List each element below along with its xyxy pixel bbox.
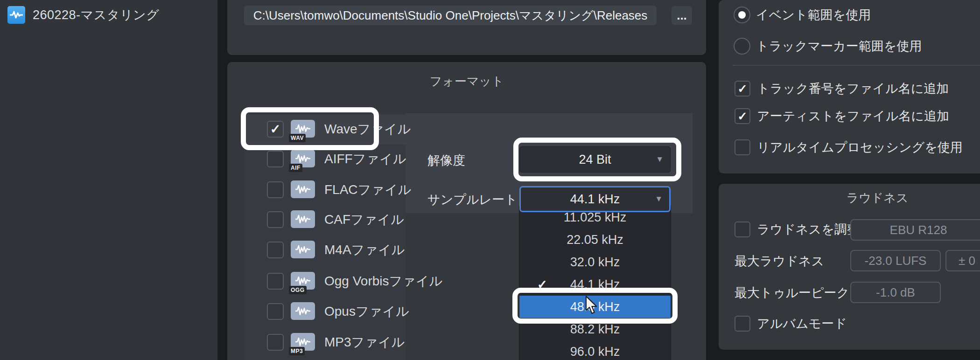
max-true-peak-field[interactable]: -1.0 dB — [850, 282, 941, 303]
album-mode-checkbox[interactable]: ✓ — [735, 316, 750, 332]
format-row-wave[interactable]: ✓ WAV Waveファイル — [244, 116, 406, 142]
audio-file-icon — [291, 302, 315, 320]
audio-file-icon — [291, 180, 315, 198]
sample-rate-option-hovered[interactable]: ✓ 48.0 kHz — [519, 296, 671, 318]
format-label: Waveファイル — [324, 116, 411, 142]
format-label: Ogg Vorbisファイル — [324, 268, 442, 294]
format-badge: MP3 — [289, 347, 305, 355]
format-panel: フォーマット ✓ WAV Waveファイル ✓ AIF AIFFファイル ✓ F… — [227, 62, 706, 360]
sample-rate-option[interactable]: ✓ 96.0 kHz — [519, 340, 671, 360]
format-badge: OGG — [289, 286, 307, 294]
option-label: 22.05 kHz — [567, 233, 623, 247]
wave-checkbox[interactable]: ✓ — [267, 121, 284, 138]
project-tab[interactable]: 260228-マスタリング — [7, 6, 159, 24]
export-range-panel: イベント範囲を使用 トラックマーカー範囲を使用 ✓ トラック番号をファイル名に追… — [719, 0, 980, 173]
audio-file-icon — [291, 241, 315, 258]
resolution-dropdown[interactable]: 24 Bit ▼ — [519, 146, 671, 173]
format-badge: AIF — [289, 164, 302, 172]
loudness-profile-field[interactable]: EBU R128 — [850, 219, 980, 241]
radio-dot — [738, 11, 746, 19]
checkbox-label: ラウドネスを調整 — [757, 222, 860, 237]
radio-label: イベント範囲を使用 — [756, 7, 871, 23]
sample-rate-option-current[interactable]: ✓ 44.1 kHz — [519, 273, 671, 296]
opus-checkbox[interactable]: ✓ — [267, 303, 284, 320]
max-loudness-field[interactable]: -23.0 LUFS — [850, 250, 941, 271]
m4a-checkbox[interactable]: ✓ — [267, 242, 284, 258]
check-icon: ✓ — [270, 123, 281, 136]
check-icon: ✓ — [738, 83, 748, 95]
sample-rate-option[interactable]: ✓ 22.05 kHz — [519, 228, 671, 251]
checkbox-row-realtime[interactable]: ✓ リアルタイムプロセッシングを使用 — [719, 139, 980, 155]
option-label: 96.0 kHz — [570, 345, 620, 359]
loudness-tolerance-field[interactable]: ± 0 — [945, 250, 980, 271]
check-icon: ✓ — [738, 111, 748, 122]
caf-checkbox[interactable]: ✓ — [267, 211, 284, 228]
format-label: Opusファイル — [324, 298, 409, 325]
option-label: 88.2 kHz — [570, 322, 620, 337]
sample-rate-value: 44.1 kHz — [570, 192, 620, 207]
sample-rate-dropdown[interactable]: 44.1 kHz ▼ — [519, 186, 671, 212]
format-label: FLACファイル — [324, 177, 411, 203]
mp3-checkbox[interactable]: ✓ — [267, 334, 284, 351]
loudness-panel: ラウドネス ✓ ラウドネスを調整 EBU R128 最大ラウドネス -23.0 … — [719, 184, 980, 350]
sample-rate-popup: ✓ 11.025 kHz ✓ 22.05 kHz ✓ 32.0 kHz ✓ 44… — [519, 206, 671, 360]
resolution-value: 24 Bit — [579, 152, 611, 167]
format-label: CAFファイル — [324, 207, 404, 233]
max-true-peak-label: 最大トゥルーピーク — [735, 285, 849, 301]
checkbox-row-track-number[interactable]: ✓ トラック番号をファイル名に追加 — [719, 81, 980, 97]
radio-label: トラックマーカー範囲を使用 — [756, 38, 922, 55]
format-label: MP3ファイル — [324, 329, 405, 355]
check-icon: ✓ — [537, 277, 547, 292]
format-row-m4a[interactable]: ✓ M4Aファイル — [244, 237, 406, 263]
track-marker-range-radio[interactable] — [734, 38, 750, 55]
option-label: 32.0 kHz — [570, 255, 620, 270]
format-row-aiff[interactable]: ✓ AIF AIFFファイル — [244, 146, 406, 172]
format-badge: WAV — [289, 134, 306, 142]
format-label: AIFFファイル — [324, 146, 406, 172]
project-sidebar: 260228-マスタリング — [0, 0, 217, 360]
sample-rate-label: サンプルレート — [427, 187, 516, 213]
sample-rate-option[interactable]: ✓ 32.0 kHz — [519, 251, 671, 273]
flac-checkbox[interactable]: ✓ — [267, 181, 284, 198]
artist-checkbox[interactable]: ✓ — [735, 108, 750, 124]
format-row-flac[interactable]: ✓ FLACファイル — [244, 177, 406, 203]
option-label: 11.025 kHz — [564, 210, 627, 225]
project-tab-label: 260228-マスタリング — [33, 7, 159, 23]
radio-row-event-range[interactable]: イベント範囲を使用 — [719, 7, 980, 23]
format-row-caf[interactable]: ✓ CAFファイル — [244, 207, 406, 233]
checkbox-row-artist[interactable]: ✓ アーティストをファイル名に追加 — [719, 108, 980, 124]
checkbox-label: アルバムモード — [757, 316, 847, 332]
checkbox-label: トラック番号をファイル名に追加 — [757, 81, 949, 97]
track-number-checkbox[interactable]: ✓ — [735, 81, 750, 97]
radio-row-track-marker-range[interactable]: トラックマーカー範囲を使用 — [719, 38, 980, 55]
aiff-checkbox[interactable]: ✓ — [267, 151, 284, 167]
realtime-processing-checkbox[interactable]: ✓ — [735, 139, 750, 155]
adjust-loudness-checkbox[interactable]: ✓ — [735, 222, 750, 237]
divider — [733, 65, 980, 66]
album-mode-row[interactable]: ✓ アルバムモード — [719, 316, 980, 332]
option-label: 48.0 kHz — [570, 300, 620, 314]
browse-button[interactable]: ... — [672, 6, 692, 25]
audio-file-icon — [291, 210, 315, 228]
project-waveform-icon — [7, 6, 25, 24]
loudness-section-title: ラウドネス — [793, 190, 961, 206]
option-label: 44.1 kHz — [570, 277, 620, 292]
chevron-down-icon: ▼ — [656, 155, 664, 164]
ogg-checkbox[interactable]: ✓ — [267, 273, 284, 290]
resolution-label: 解像度 — [427, 147, 516, 173]
format-row-mp3[interactable]: ✓ MP3 MP3ファイル — [244, 329, 406, 355]
format-section-title: フォーマット — [227, 73, 706, 90]
checkbox-label: アーティストをファイル名に追加 — [757, 108, 949, 124]
chevron-down-icon: ▼ — [655, 194, 663, 204]
format-row-ogg[interactable]: ✓ OGG Ogg Vorbisファイル — [244, 268, 406, 294]
export-location-panel: C:\Users\tomwo\Documents\Studio One\Proj… — [227, 0, 706, 55]
format-label: M4Aファイル — [324, 237, 405, 263]
event-range-radio[interactable] — [734, 7, 750, 23]
format-row-opus[interactable]: ✓ Opusファイル — [244, 298, 406, 325]
sample-rate-option[interactable]: ✓ 88.2 kHz — [519, 318, 671, 340]
checkbox-label: リアルタイムプロセッシングを使用 — [757, 139, 963, 155]
max-loudness-label: 最大ラウドネス — [735, 253, 824, 269]
export-path-field[interactable]: C:\Users\tomwo\Documents\Studio One\Proj… — [244, 6, 657, 25]
